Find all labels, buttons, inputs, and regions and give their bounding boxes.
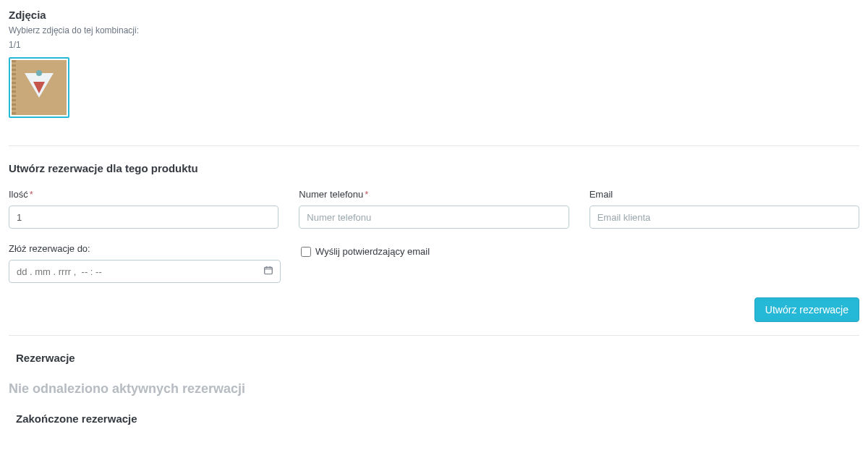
- quantity-label-text: Ilość: [9, 189, 28, 200]
- photos-helper: Wybierz zdjęcia do tej kombinacji:: [9, 25, 859, 35]
- reservation-form-section: Utwórz rezerwacje dla tego produktu Iloś…: [9, 162, 859, 322]
- quantity-label: Ilość*: [9, 189, 278, 200]
- phone-label-text: Numer telefonu: [299, 189, 363, 200]
- phone-input[interactable]: [299, 206, 569, 229]
- email-label: Email: [590, 189, 859, 200]
- completed-reservations-title: Zakończone rezerwacje: [16, 412, 859, 425]
- reservations-title: Rezerwacje: [16, 352, 859, 364]
- create-reservation-button[interactable]: Utwórz rezerwacje: [754, 297, 859, 322]
- required-ast: *: [365, 189, 368, 200]
- send-email-checkbox-row[interactable]: Wyślij potwierdzający email: [301, 246, 570, 257]
- photos-title: Zdjęcia: [9, 9, 859, 21]
- quantity-input[interactable]: [9, 206, 278, 229]
- photo-thumbnail[interactable]: [9, 57, 69, 118]
- reservation-form-title: Utwórz rezerwacje dla tego produktu: [9, 162, 859, 174]
- date-label: Złóż rezerwacje do:: [9, 243, 281, 254]
- reservations-empty: Nie odnaleziono aktywnych rezerwacji: [9, 381, 859, 397]
- photos-counter: 1/1: [9, 40, 859, 50]
- date-input[interactable]: [9, 260, 281, 283]
- divider: [9, 145, 859, 146]
- reservations-section: Rezerwacje Nie odnaleziono aktywnych rez…: [9, 352, 859, 425]
- email-input[interactable]: [590, 206, 859, 229]
- divider: [9, 335, 859, 336]
- photos-section: Zdjęcia Wybierz zdjęcia do tej kombinacj…: [9, 9, 859, 135]
- required-ast: *: [30, 189, 33, 200]
- send-email-label: Wyślij potwierdzający email: [315, 246, 430, 257]
- send-email-checkbox[interactable]: [301, 247, 311, 257]
- phone-label: Numer telefonu*: [299, 189, 569, 200]
- notebook-image: [12, 60, 67, 115]
